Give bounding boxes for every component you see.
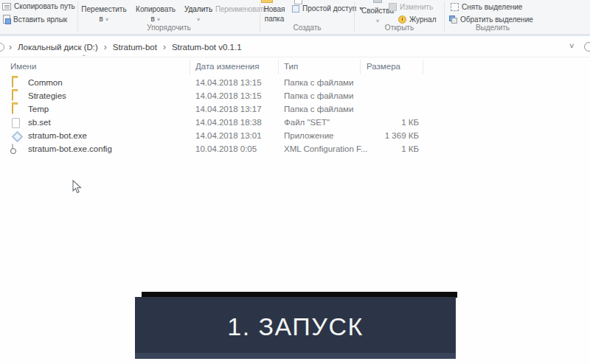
breadcrumb-segment-drive[interactable]: Локальный диск (D:) [15,43,101,52]
clear-selection-button[interactable]: Снять выделение [451,3,522,11]
copy-to-button[interactable]: Копировать в ˅ [133,4,178,24]
new-folder-button[interactable]: Новая папка [258,4,291,24]
invert-selection-label: Обратить выделение [460,15,533,24]
easy-access-icon [292,5,299,13]
organize-group-label: Упорядочить [78,24,260,32]
clear-selection-label: Снять выделение [462,3,522,11]
edit-label: Изменить [400,3,433,11]
new-folder-label2: папка [258,14,291,24]
easy-access-label: Простой доступ [302,4,356,13]
table-row[interactable]: stratum-bot.exe.config 10.04.2018 0:05 X… [0,143,590,156]
invert-selection-button[interactable]: Обратить выделение [449,15,533,24]
ribbon-toolbar: Скопировать путь Вставить ярлык Перемест… [0,0,590,34]
new-folder-icon [261,0,273,3]
folder-icon [12,91,13,101]
history-button[interactable]: Журнал [398,15,437,24]
file-name[interactable]: stratum-bot.exe.config [28,144,112,153]
banner-bottom-edge [135,353,456,359]
table-row[interactable]: stratum-bot.exe 14.04.2018 13:01 Приложе… [0,130,590,143]
table-row[interactable]: sb.set 14.04.2018 18:38 Файл "SET" 1 КБ [0,116,590,130]
file-date: 14.04.2018 13:15 [195,91,262,100]
chevron-down-icon: ˅ [157,16,161,23]
file-icon [12,118,20,128]
file-size: 1 КБ [361,144,419,153]
table-row[interactable]: Strategies 14.04.2018 13:15 Папка с файл… [0,90,590,103]
file-name[interactable]: stratum-bot.exe [28,131,87,140]
column-header-date[interactable]: Дата изменения [195,62,259,71]
chevron-right-icon: › [160,42,169,52]
file-date: 14.04.2018 18:38 [195,118,262,127]
file-name[interactable]: Temp [28,105,49,113]
move-to-button[interactable]: Переместить в ˅ [79,4,129,24]
file-size: 1 КБ [361,118,419,127]
copy-to-label2: в [151,15,155,23]
sort-ascending-icon: ˆ [83,55,85,63]
edit-icon [389,3,397,11]
file-type: Файл "SET" [284,118,330,127]
file-type: Папка с файлами [284,78,353,87]
file-explorer-window: Скопировать путь Вставить ярлык Перемест… [0,0,590,364]
select-group-label: Выделить [445,24,541,32]
file-type: Приложение [284,131,333,140]
column-divider[interactable] [278,60,279,74]
file-type: Папка с файлами [284,91,353,100]
copy-path-icon [2,3,11,10]
column-header-size[interactable]: Размера [367,62,400,71]
invert-selection-icon [449,15,457,24]
edit-button[interactable]: Изменить [389,3,433,11]
folder-icon [12,77,13,88]
address-dropdown-icon[interactable]: ˅ [569,41,574,50]
table-row[interactable]: Common 14.04.2018 13:15 Папка с файлами [0,77,590,90]
mouse-cursor [72,180,83,197]
refresh-icon[interactable] [584,42,590,52]
paste-shortcut-button[interactable]: Вставить ярлык [3,15,67,24]
properties-icon [373,0,382,3]
navigation-icon [0,43,4,52]
column-header-row: ˆ Имени Дата изменения Тип Размера [0,57,590,77]
history-icon [398,15,406,24]
column-header-name[interactable]: Имени [10,62,36,71]
paste-shortcut-label: Вставить ярлык [13,15,67,24]
step-banner-title: 1. ЗАПУСК [135,297,456,353]
chevron-right-icon: › [6,42,15,52]
file-name[interactable]: sb.set [28,118,51,127]
address-bar[interactable]: › Локальный диск (D:) › Stratum-bot › St… [0,36,590,57]
copy-path-button[interactable]: Скопировать путь [2,2,75,10]
column-header-type[interactable]: Тип [284,62,298,71]
file-date: 10.04.2018 0:05 [195,144,257,153]
chevron-right-icon: › [101,42,110,52]
rename-label: Переименовать [215,4,261,14]
column-divider[interactable] [360,60,361,74]
column-divider[interactable] [423,60,423,74]
new-folder-label: Новая [258,4,291,14]
chevron-down-icon: ˅ [197,16,201,23]
copy-to-label: Копировать [133,4,178,14]
open-group-label: Открыть [355,24,444,32]
file-name[interactable]: Common [28,78,63,87]
breadcrumb-segment-current[interactable]: Stratum-bot v0.1.1 [169,43,245,52]
easy-access-button[interactable]: Простой доступ ▾ [292,4,362,13]
paste-shortcut-icon [3,15,10,24]
chevron-down-icon: ˅ [105,16,109,23]
delete-button[interactable]: Удалить ˅ [182,4,215,24]
move-to-label: Переместить [79,4,129,14]
file-type: Папка с файлами [284,105,353,113]
file-size: 1 369 КБ [361,131,419,140]
move-to-label2: в [100,15,103,23]
column-divider[interactable] [190,60,190,74]
create-group-label: Создать [260,24,354,32]
file-date: 14.04.2018 13:01 [195,131,262,140]
delete-label: Удалить [182,4,215,14]
breadcrumb-segment-folder[interactable]: Stratum-bot [110,43,160,52]
file-type: XML Configuration F... [284,144,367,153]
file-list: Common 14.04.2018 13:15 Папка с файлами … [0,77,590,156]
step-banner: 1. ЗАПУСК [135,297,456,359]
table-row[interactable]: Temp 14.04.2018 13:17 Папка с файлами [0,103,590,116]
file-date: 14.04.2018 13:17 [195,105,262,113]
clear-selection-icon [451,3,459,11]
rename-button[interactable]: Переименовать [215,4,261,14]
config-file-icon [12,144,13,154]
folder-icon [12,104,13,114]
file-date: 14.04.2018 13:15 [195,78,262,87]
file-name[interactable]: Strategies [28,91,66,100]
